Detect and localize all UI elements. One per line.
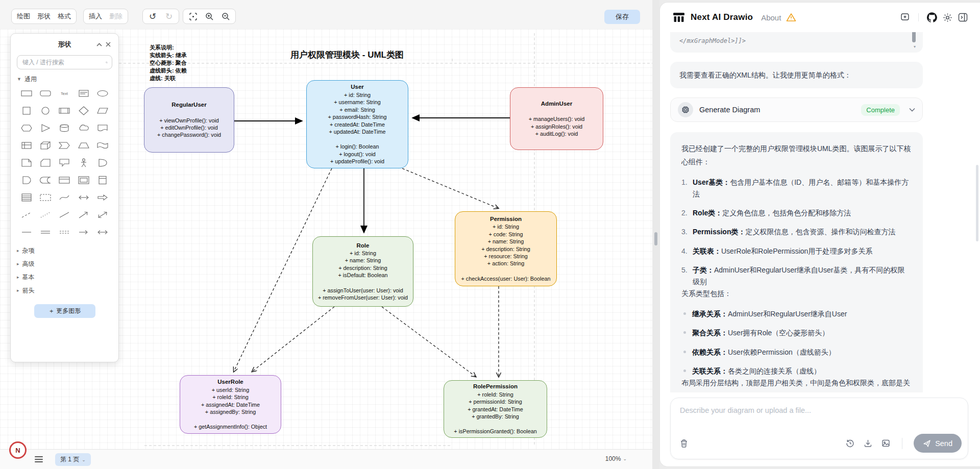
panel-resize-handle[interactable] xyxy=(654,232,657,245)
section-arrows[interactable]: ▸ 箭头 xyxy=(17,284,112,297)
Role-class[interactable]: Role+ id: String+ name: String+ descript… xyxy=(312,236,413,307)
panel-scrollbar[interactable] xyxy=(976,165,978,241)
history-icon[interactable] xyxy=(845,438,855,448)
image-icon[interactable] xyxy=(881,438,891,448)
note-shape[interactable] xyxy=(17,157,36,168)
card-shape[interactable] xyxy=(36,157,55,168)
dashed-frame-shape[interactable] xyxy=(36,192,55,203)
UserRole-class[interactable]: UserRole+ userId: String+ roleId: String… xyxy=(180,375,281,434)
cylinder-shape[interactable] xyxy=(55,122,74,134)
settings-icon[interactable] xyxy=(942,12,952,22)
avatar[interactable]: N xyxy=(9,441,27,459)
Permission-class[interactable]: Permission+ id: String+ code: String+ na… xyxy=(455,211,557,286)
delete-button[interactable]: 删除 xyxy=(109,12,122,21)
section-basic[interactable]: ▸ 基本 xyxy=(17,270,112,284)
data-storage-shape[interactable] xyxy=(36,175,55,186)
vertical-container-shape[interactable] xyxy=(93,175,112,186)
about-link[interactable]: About xyxy=(761,13,781,22)
double-arrow-shape[interactable] xyxy=(93,209,112,220)
close-icon[interactable] xyxy=(104,40,112,49)
warning-icon[interactable] xyxy=(786,13,796,22)
step-shape[interactable] xyxy=(55,140,74,151)
edge-Role-UserRole[interactable] xyxy=(252,307,334,372)
AdminUser-class[interactable]: AdminUser+ manageUsers(): void+ assignRo… xyxy=(510,87,603,150)
send-button[interactable]: Send xyxy=(914,434,962,453)
circle-shape[interactable] xyxy=(36,105,55,116)
RolePermission-class[interactable]: RolePermission+ roleId: String+ permissi… xyxy=(444,380,547,438)
rectangle-shape[interactable] xyxy=(17,88,36,99)
prompt-input[interactable] xyxy=(671,398,968,430)
shape-search-input[interactable] xyxy=(21,58,103,66)
link-shape[interactable] xyxy=(36,227,55,238)
square-shape[interactable] xyxy=(17,105,36,116)
parallelogram-shape[interactable] xyxy=(93,105,112,116)
edge-User-Permission[interactable] xyxy=(402,168,498,208)
cloud-shape[interactable] xyxy=(74,122,93,134)
shapes-panel-title: 形状 xyxy=(17,40,95,49)
ellipse-shape[interactable] xyxy=(93,88,112,99)
hexagon-shape[interactable] xyxy=(17,122,36,134)
tape-shape[interactable] xyxy=(93,140,112,151)
zoom-level[interactable]: 100%⌄ xyxy=(605,455,627,462)
cube-shape[interactable] xyxy=(36,140,55,151)
github-icon[interactable] xyxy=(927,12,937,22)
text-shape[interactable]: Text xyxy=(55,88,74,99)
internal-storage-shape[interactable] xyxy=(17,140,36,151)
chevron-down-icon: ▼ xyxy=(17,77,21,82)
actor-shape[interactable] xyxy=(74,157,93,168)
User-class[interactable]: User+ id: String+ username: String+ emai… xyxy=(306,80,408,168)
chat-scroll-area[interactable]: </mxGraphModel>]]> ▾ 我需要查看正确的XML结构。让我使用更… xyxy=(660,32,980,392)
curve-shape[interactable] xyxy=(55,192,74,203)
process-shape[interactable] xyxy=(55,105,74,116)
trash-icon[interactable] xyxy=(679,438,689,448)
dashed-link-shape[interactable] xyxy=(55,227,74,238)
arrow-line-shape[interactable] xyxy=(74,227,93,238)
section-misc[interactable]: ▸ 杂项 xyxy=(17,244,112,257)
block-arrow-shape[interactable] xyxy=(93,192,112,203)
bidirectional-arrow-shape[interactable] xyxy=(74,192,93,203)
panel-toggle-icon[interactable] xyxy=(958,12,968,22)
insert-button[interactable]: 插入 xyxy=(89,12,102,21)
rounded-rectangle-shape[interactable] xyxy=(36,88,55,99)
triangle-shape[interactable] xyxy=(36,122,55,134)
hamburger-icon[interactable] xyxy=(35,456,43,462)
download-icon[interactable] xyxy=(863,438,873,448)
zoom-out-icon[interactable] xyxy=(221,12,230,21)
textbox-shape[interactable] xyxy=(74,88,93,99)
chevron-down-icon[interactable] xyxy=(909,108,915,112)
frame-shape[interactable] xyxy=(74,175,93,186)
RegularUser-class[interactable]: RegularUser+ viewOwnProfile(): void+ edi… xyxy=(144,87,234,153)
feedback-icon[interactable] xyxy=(900,12,910,22)
fit-view-icon[interactable] xyxy=(188,12,198,21)
dashed-line-shape[interactable] xyxy=(17,209,36,220)
list-shape[interactable] xyxy=(17,192,36,203)
more-shapes-button[interactable]: ＋ 更多图形 xyxy=(34,304,95,318)
horizontal-line-shape[interactable] xyxy=(17,227,36,238)
and-shape[interactable] xyxy=(17,175,36,186)
callout-shape[interactable] xyxy=(55,157,74,168)
zoom-in-icon[interactable] xyxy=(205,12,214,21)
line-shape[interactable] xyxy=(55,209,74,220)
directional-arrow-shape[interactable] xyxy=(74,209,93,220)
section-advanced[interactable]: ▸ 高级 xyxy=(17,257,112,270)
page-tab[interactable]: 第 1 页⌄ xyxy=(55,453,91,466)
document-shape[interactable] xyxy=(93,122,112,134)
menu-shapes[interactable]: 形状 xyxy=(37,12,51,21)
menu-draw[interactable]: 绘图 xyxy=(17,12,30,21)
trapezoid-shape[interactable] xyxy=(74,140,93,151)
collapse-icon[interactable] xyxy=(95,40,104,49)
diamond-shape[interactable] xyxy=(74,105,93,116)
save-button[interactable]: 保存 xyxy=(604,10,640,24)
numbered-item: 3.Permission类：定义权限信息，包含资源、操作和访问检查方法 xyxy=(681,226,912,237)
section-general[interactable]: ▼ 通用 xyxy=(17,72,112,86)
tool-call-card[interactable]: Generate Diagram Complete xyxy=(670,97,923,122)
dotted-line-shape[interactable] xyxy=(36,209,55,220)
code-scrollbar[interactable] xyxy=(912,32,916,42)
menu-format[interactable]: 格式 xyxy=(58,12,71,21)
undo-icon[interactable]: ↺ xyxy=(148,12,157,21)
edge-Role-RolePermission[interactable] xyxy=(382,307,476,377)
or-shape[interactable] xyxy=(93,157,112,168)
redo-icon[interactable]: ↻ xyxy=(164,12,174,21)
container-shape[interactable] xyxy=(55,175,74,186)
double-arrow-line-shape[interactable] xyxy=(93,227,112,238)
